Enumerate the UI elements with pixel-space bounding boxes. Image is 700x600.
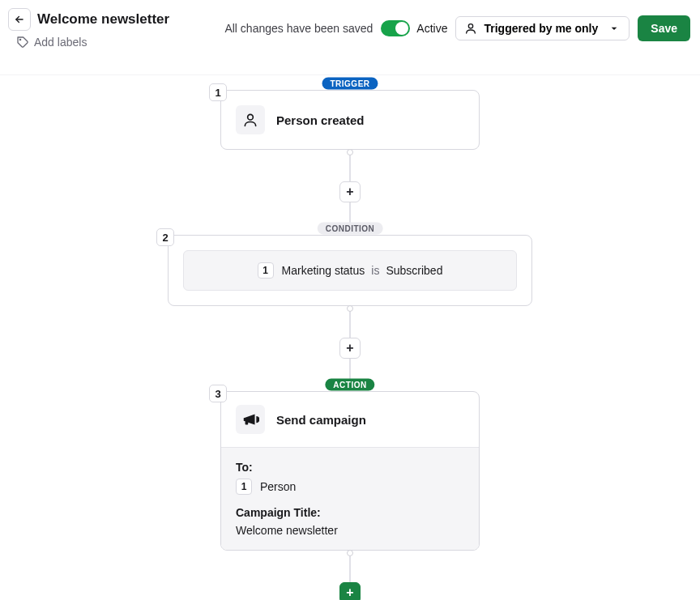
svg-point-1 — [19, 39, 20, 40]
title-row: Welcome newsletter — [8, 8, 169, 31]
rule-ref-number: 1 — [258, 262, 274, 279]
action-label: Send campaign — [276, 413, 366, 427]
person-icon — [464, 22, 477, 35]
condition-rule: 1 Marketing status is Subscribed — [183, 250, 517, 291]
save-status: All changes have been saved — [224, 22, 373, 35]
toggle-knob — [395, 22, 408, 35]
connector-dot — [347, 305, 353, 312]
scope-dropdown[interactable]: Triggered by me only — [455, 16, 630, 40]
connector-dot — [347, 550, 353, 556]
action-badge: ACTION — [325, 379, 374, 391]
trigger-icon-box — [236, 105, 265, 134]
condition-badge: CONDITION — [318, 223, 383, 235]
rule-operator: is — [369, 264, 381, 277]
active-label: Active — [416, 22, 447, 35]
action-to-label: To: — [236, 461, 464, 474]
step-number: 2 — [156, 228, 174, 246]
active-toggle[interactable] — [381, 20, 410, 36]
step-number: 1 — [209, 83, 227, 101]
header-left: Welcome newsletter Add labels — [8, 8, 169, 49]
action-details: To: 1 Person Campaign Title: Welcome new… — [221, 447, 479, 550]
action-to-ref: 1 — [236, 479, 252, 495]
trigger-card[interactable]: Person created — [220, 90, 480, 150]
action-title-label: Campaign Title: — [236, 506, 464, 519]
header-right: All changes have been saved Active Trigg… — [224, 15, 690, 41]
megaphone-icon — [241, 411, 259, 428]
rule-value: Subscribed — [386, 264, 442, 277]
save-button[interactable]: Save — [638, 15, 690, 41]
connector-line — [349, 312, 351, 338]
condition-step: 2 CONDITION 1 Marketing status is Subscr… — [168, 228, 532, 306]
add-labels-button[interactable]: Add labels — [8, 36, 169, 49]
arrow-left-icon — [14, 13, 25, 26]
step-number: 3 — [209, 385, 227, 402]
action-to-value: Person — [260, 480, 296, 493]
segment-action: 3 ACTION Send campaign To: 1 Person Camp… — [220, 385, 480, 600]
connector-dot — [347, 149, 353, 155]
action-step: 3 ACTION Send campaign To: 1 Person Camp… — [220, 385, 480, 551]
condition-card[interactable]: 1 Marketing status is Subscribed — [168, 235, 532, 306]
page-title: Welcome newsletter — [37, 11, 169, 28]
add-step-final-button[interactable]: + — [339, 582, 361, 600]
rule-field: Marketing status — [282, 264, 365, 277]
add-step-button[interactable]: + — [339, 338, 361, 359]
connector-line — [349, 155, 351, 181]
action-to-row: 1 Person — [236, 479, 464, 495]
trigger-label: Person created — [276, 113, 364, 127]
scope-label: Triggered by me only — [484, 22, 598, 35]
trigger-step: 1 TRIGGER Person created — [220, 83, 480, 150]
header: Welcome newsletter Add labels All change… — [0, 0, 700, 57]
add-step-button[interactable]: + — [339, 181, 361, 202]
workflow-canvas: 1 TRIGGER Person created + 2 CONDITION 1 — [0, 75, 700, 600]
trigger-badge: TRIGGER — [322, 78, 378, 90]
person-icon — [242, 112, 258, 128]
action-title-value: Welcome newsletter — [236, 524, 464, 537]
connector-line — [349, 556, 351, 582]
add-labels-text: Add labels — [34, 36, 87, 49]
action-icon-box — [236, 405, 265, 434]
svg-point-3 — [248, 114, 254, 120]
segment-condition: 2 CONDITION 1 Marketing status is Subscr… — [168, 228, 532, 385]
svg-point-2 — [469, 24, 473, 28]
chevron-down-icon — [608, 22, 621, 35]
segment-trigger: 1 TRIGGER Person created + — [220, 83, 480, 228]
action-card[interactable]: Send campaign To: 1 Person Campaign Titl… — [220, 391, 480, 551]
back-button[interactable] — [8, 8, 31, 31]
tag-icon — [16, 36, 29, 49]
